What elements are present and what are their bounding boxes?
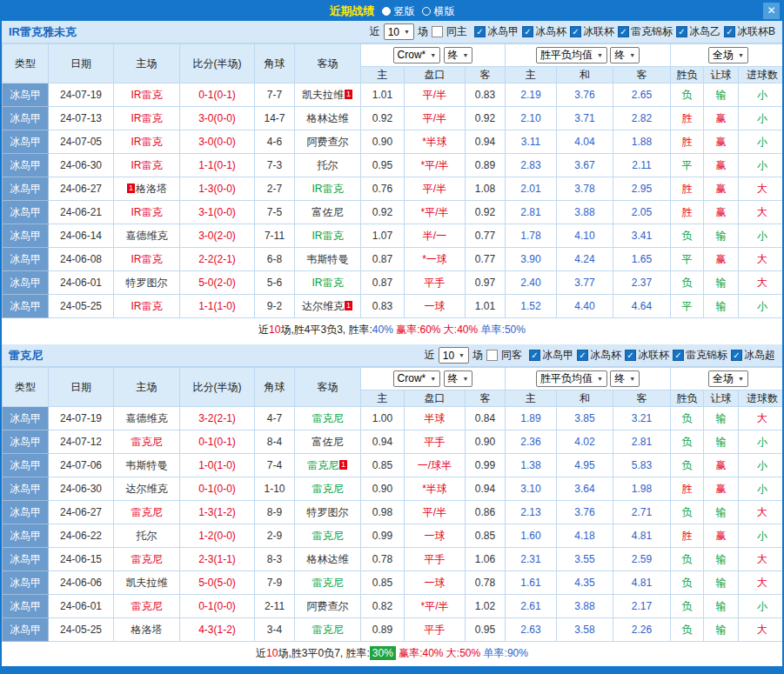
home-team-cell: 嘉德维克 bbox=[114, 224, 180, 248]
handicap-result-cell: 赢 bbox=[704, 130, 739, 154]
odds-time-select[interactable]: 终▼ bbox=[444, 47, 473, 63]
header-type: 类型 bbox=[3, 368, 49, 407]
result-cell: 平 bbox=[671, 154, 704, 177]
average-odds-select[interactable]: 胜平负均值▼ bbox=[536, 370, 607, 387]
match-scope-select[interactable]: 全场▼ bbox=[708, 47, 748, 63]
match-scope-select[interactable]: 全场▼ bbox=[708, 370, 748, 387]
league-filter: 冰联杯B bbox=[724, 24, 775, 39]
goals-result-cell: 大 bbox=[739, 571, 784, 595]
league-checkbox[interactable] bbox=[673, 350, 684, 361]
radio-unselected-icon bbox=[422, 7, 431, 16]
euro-away-odds: 2.71 bbox=[613, 501, 671, 524]
chevron-down-icon: ▼ bbox=[597, 52, 603, 58]
team-name: 雷克尼 bbox=[312, 412, 344, 424]
league-checkbox[interactable] bbox=[577, 350, 588, 361]
games-count-select[interactable]: 10▼ bbox=[439, 347, 469, 364]
summary-part: 近 bbox=[258, 323, 269, 337]
team-name-title: IR雷克雅未克 bbox=[9, 24, 77, 40]
result-cell: 平 bbox=[671, 295, 704, 318]
handicap-line: 一球 bbox=[405, 571, 466, 595]
same-venue-checkbox[interactable] bbox=[432, 26, 443, 37]
chevron-down-icon: ▼ bbox=[629, 52, 635, 58]
result-cell: 胜 bbox=[671, 107, 704, 130]
header-euro-away: 客 bbox=[613, 390, 671, 407]
date-cell: 24-06-14 bbox=[49, 224, 114, 248]
league-checkbox[interactable] bbox=[724, 26, 735, 37]
chevron-down-icon: ▼ bbox=[459, 352, 465, 358]
league-label: 雷克锦标 bbox=[631, 24, 673, 39]
league-filter: 冰岛甲 bbox=[474, 24, 519, 39]
score-cell: 3-1(0-0) bbox=[180, 201, 255, 224]
league-checkbox[interactable] bbox=[676, 26, 687, 37]
league-checkbox[interactable] bbox=[474, 26, 486, 37]
near-label: 近 bbox=[425, 348, 435, 363]
asian-away-odds: 0.83 bbox=[466, 83, 506, 107]
goals-result-cell: 小 bbox=[739, 154, 784, 177]
corners-cell: 7-9 bbox=[255, 571, 295, 595]
euro-home-odds: 3.90 bbox=[506, 248, 557, 271]
match-row: 冰岛甲24-07-13IR雷克3-0(0-0)14-7格林达维0.92平/半0.… bbox=[3, 107, 784, 130]
average-odds-select[interactable]: 胜平负均值▼ bbox=[536, 47, 607, 63]
asian-away-odds: 0.95 bbox=[466, 618, 506, 642]
date-cell: 24-06-30 bbox=[49, 154, 114, 177]
euro-draw-odds: 4.04 bbox=[557, 130, 613, 154]
handicap-result-cell: 输 bbox=[704, 295, 739, 318]
radio-horizontal-layout[interactable]: 横版 bbox=[422, 4, 455, 19]
handicap-line: 平/半 bbox=[405, 501, 466, 524]
score-cell: 0-1(0-0) bbox=[180, 595, 255, 618]
league-checkbox[interactable] bbox=[529, 350, 540, 361]
radio-vertical-layout[interactable]: 竖版 bbox=[382, 4, 415, 19]
goals-result-cell: 大 bbox=[739, 407, 784, 430]
team-name: 凯夫拉维 bbox=[126, 577, 168, 589]
handicap-line: *半球 bbox=[405, 130, 466, 154]
team-name: 富佐尼 bbox=[312, 436, 344, 448]
games-count-select[interactable]: 10▼ bbox=[384, 23, 414, 40]
league-checkbox[interactable] bbox=[618, 26, 629, 37]
euro-away-odds: 2.26 bbox=[613, 618, 671, 642]
corners-cell: 7-7 bbox=[255, 83, 295, 107]
corners-cell: 7-4 bbox=[255, 454, 295, 477]
odds-time-select-2[interactable]: 终▼ bbox=[610, 370, 640, 387]
header-away: 客场 bbox=[295, 368, 361, 407]
league-checkbox[interactable] bbox=[570, 26, 581, 37]
header-score: 比分(半场) bbox=[180, 44, 255, 83]
team-name: 格林达维 bbox=[307, 112, 349, 124]
date-cell: 24-05-25 bbox=[49, 295, 114, 318]
league-type-cell: 冰岛甲 bbox=[3, 177, 49, 201]
league-checkbox[interactable] bbox=[522, 26, 533, 37]
corners-cell: 1-10 bbox=[255, 477, 295, 501]
asian-home-odds: 0.90 bbox=[361, 477, 405, 501]
league-checkbox[interactable] bbox=[625, 350, 636, 361]
handicap-line: 一/球半 bbox=[405, 454, 466, 477]
euro-draw-odds: 3.76 bbox=[557, 501, 613, 524]
bookmaker-select[interactable]: Crow*▼ bbox=[393, 370, 441, 387]
chevron-down-icon: ▼ bbox=[463, 52, 469, 58]
league-checkbox[interactable] bbox=[731, 350, 742, 361]
asian-home-odds: 0.92 bbox=[361, 107, 405, 130]
home-team-cell: 雷克尼 bbox=[114, 501, 180, 524]
team-name: IR雷克 bbox=[312, 183, 344, 195]
result-cell: 胜 bbox=[671, 477, 704, 501]
handicap-line: *平/半 bbox=[405, 201, 466, 224]
league-type-cell: 冰岛甲 bbox=[3, 83, 49, 107]
handicap-line: 平手 bbox=[405, 430, 466, 454]
chevron-down-icon: ▼ bbox=[463, 376, 469, 382]
league-type-cell: 冰岛甲 bbox=[3, 154, 49, 177]
close-button[interactable]: ✕ bbox=[763, 3, 780, 19]
bookmaker-select[interactable]: Crow*▼ bbox=[393, 47, 441, 63]
euro-draw-odds: 3.88 bbox=[557, 201, 613, 224]
corners-cell: 3-4 bbox=[255, 618, 295, 642]
goals-result-cell: 小 bbox=[739, 595, 784, 618]
title-bar: 近期战绩 竖版 横版 ✕ bbox=[2, 2, 782, 21]
same-venue-checkbox[interactable] bbox=[486, 350, 498, 361]
odds-time-select-2[interactable]: 终▼ bbox=[610, 47, 640, 63]
euro-away-odds: 4.64 bbox=[613, 295, 671, 318]
asian-away-odds: 1.06 bbox=[466, 548, 506, 571]
odds-time-select[interactable]: 终▼ bbox=[444, 370, 473, 387]
header-asian-away: 客 bbox=[466, 67, 506, 83]
league-type-cell: 冰岛甲 bbox=[3, 130, 49, 154]
handicap-result-cell: 赢 bbox=[704, 201, 739, 224]
result-cell: 胜 bbox=[671, 524, 704, 548]
header-euro-draw: 和 bbox=[557, 67, 613, 83]
league-type-cell: 冰岛甲 bbox=[3, 248, 49, 271]
